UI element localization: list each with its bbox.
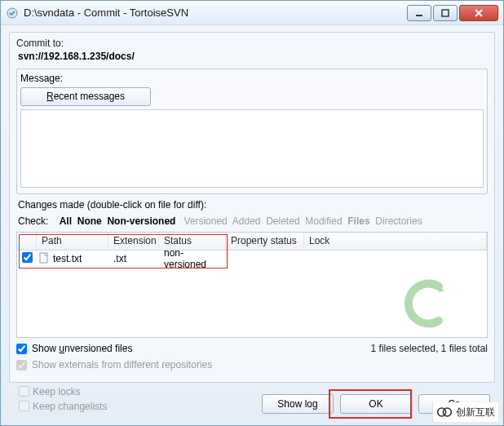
message-textarea[interactable] (20, 109, 484, 188)
filter-deleted[interactable]: Deleted (266, 215, 299, 227)
footer-row-1: Show unversioned files 1 files selected,… (16, 343, 488, 354)
col-path[interactable]: Path (37, 233, 108, 250)
show-unversioned-checkbox[interactable] (16, 344, 27, 354)
show-externals-checkbox (16, 360, 27, 371)
recent-messages-text: ecent messages (54, 91, 125, 102)
row-lock (304, 257, 487, 260)
svg-rect-1 (416, 15, 422, 16)
close-button[interactable] (459, 5, 498, 21)
ok-button[interactable]: OK (340, 394, 412, 414)
filter-modified[interactable]: Modified (305, 215, 342, 227)
svg-point-5 (443, 408, 451, 416)
selection-status: 1 files selected, 1 files total (371, 343, 488, 354)
content-area: Commit to: svn://192.168.1.235/docs/ Mes… (1, 25, 503, 425)
commit-window: D:\svndata - Commit - TortoiseSVN Commit… (0, 0, 504, 426)
check-filters: Check: All None Non-versioned Versioned … (16, 214, 488, 232)
brand-logo-icon (436, 404, 453, 420)
row-extension: .txt (108, 251, 159, 266)
watermark-icon (391, 275, 464, 332)
col-checkbox[interactable] (17, 233, 37, 250)
commit-group: Commit to: svn://192.168.1.235/docs/ Mes… (9, 32, 495, 383)
col-property[interactable]: Property status (226, 233, 304, 250)
message-label: Message: (20, 73, 484, 84)
svg-rect-2 (442, 10, 449, 16)
check-label: Check: (18, 215, 48, 227)
show-log-button[interactable]: Show log (262, 394, 334, 414)
svg-rect-3 (40, 253, 47, 263)
keep-locks-label: Keep locks (33, 386, 81, 397)
row-path: test.txt (53, 253, 82, 264)
filter-none[interactable]: None (77, 215, 102, 227)
app-icon (6, 7, 19, 20)
minimize-button[interactable] (407, 5, 431, 21)
brand-text: 创新互联 (456, 406, 495, 419)
window-title: D:\svndata - Commit - TortoiseSVN (24, 7, 405, 19)
show-externals-label: Show externals from different repositori… (32, 359, 212, 371)
brand-overlay: 创新互联 (432, 402, 498, 422)
row-checkbox[interactable] (22, 252, 33, 263)
commit-to-label: Commit to: (16, 38, 488, 49)
window-controls (405, 5, 498, 21)
col-lock[interactable]: Lock (304, 233, 487, 250)
footer-row-2: Show externals from different repositori… (16, 359, 488, 371)
row-property (226, 257, 304, 260)
show-unversioned-label: Show unversioned files (32, 343, 132, 354)
row-status: non-versioned (159, 246, 226, 272)
changes-label: Changes made (double-click on file for d… (18, 199, 488, 211)
filter-added[interactable]: Added (232, 215, 261, 227)
filter-files[interactable]: Files (347, 215, 369, 227)
maximize-button[interactable] (433, 5, 458, 21)
filter-nonversioned[interactable]: Non-versioned (107, 215, 175, 227)
keep-changelists-label: Keep changelists (33, 401, 107, 412)
file-list-header: Path Extension Status Property status Lo… (17, 233, 487, 251)
filter-versioned[interactable]: Versioned (183, 215, 227, 227)
keep-changelists-checkbox (19, 401, 29, 411)
file-list[interactable]: Path Extension Status Property status Lo… (16, 232, 488, 338)
file-icon (38, 252, 50, 266)
titlebar[interactable]: D:\svndata - Commit - TortoiseSVN (1, 1, 503, 25)
bottom-options: Keep locks Keep changelists (19, 384, 107, 414)
message-group: Message: Recent messages (16, 69, 488, 194)
col-extension[interactable]: Extension (108, 233, 159, 250)
recent-messages-button[interactable]: Recent messages (20, 87, 151, 106)
table-row[interactable]: test.txt .txt non-versioned (17, 251, 487, 267)
keep-locks-checkbox (19, 386, 29, 397)
filter-directories[interactable]: Directories (375, 215, 422, 227)
filter-all[interactable]: All (60, 215, 72, 227)
commit-url: svn://192.168.1.235/docs/ (18, 51, 488, 62)
